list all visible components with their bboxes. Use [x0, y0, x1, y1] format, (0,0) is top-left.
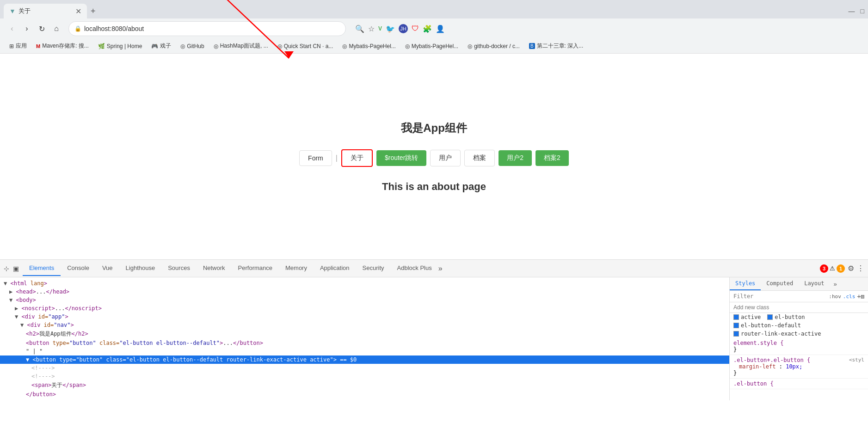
quickstart-icon: ◎	[277, 43, 282, 49]
dom-line-button2-close: </button>	[0, 390, 729, 398]
styles-tab-styles[interactable]: Styles	[730, 277, 761, 290]
bookmark-apps[interactable]: ⊞ 应用	[6, 41, 31, 51]
element-picker-icon[interactable]: ⊹	[4, 265, 9, 272]
filter-plus-button[interactable]: +	[857, 293, 861, 300]
devtools-more-button[interactable]: ⋮	[857, 264, 864, 273]
dom-line-head[interactable]: ▶ <head>...</head>	[0, 288, 729, 296]
chapter23-icon: B	[529, 43, 535, 49]
bookmark-mybatis2-label: Mybatis-PageHel...	[412, 43, 458, 49]
filter-pseudo-label[interactable]: :hov	[829, 294, 841, 300]
bookmark-maven[interactable]: M Maven存储库: 搜...	[32, 41, 92, 51]
home-button[interactable]: ⌂	[50, 22, 63, 35]
tab-performance[interactable]: Performance	[232, 261, 279, 276]
styles-tab-computed[interactable]: Computed	[761, 277, 799, 290]
dom-line-nav[interactable]: ▼ <div id="nav">	[0, 321, 729, 329]
vue-devtools-icon[interactable]: V	[378, 25, 382, 32]
bookmark-mybatis2[interactable]: ◎ Mybatis-PageHel...	[401, 42, 462, 51]
tab-lighthouse[interactable]: Lighthouse	[119, 261, 162, 276]
tab-elements[interactable]: Elements	[23, 261, 61, 276]
user2-nav-button[interactable]: 用户2	[499, 150, 532, 166]
dom-line-html[interactable]: ▼ <html lang>	[0, 279, 729, 288]
devtools-body: ▼ <html lang> ▶ <head>...</head> ▼ <body…	[0, 277, 868, 400]
archive-nav-button[interactable]: 档案	[464, 150, 495, 166]
bookmark-games[interactable]: 🎮 戏子	[148, 41, 175, 51]
avatar-icon-dark[interactable]: 🐦	[386, 25, 395, 33]
tab-adblock[interactable]: Adblock Plus	[391, 261, 438, 276]
tab-title: 关于	[18, 7, 72, 15]
devtools-settings-button[interactable]: ⚙	[848, 264, 854, 273]
styles-tab-layout[interactable]: Layout	[799, 277, 830, 290]
checkbox-active[interactable]: active	[733, 314, 761, 320]
browser-tab[interactable]: ▼ 关于 ✕	[4, 4, 87, 18]
bookmark-mybatis1[interactable]: ◎ Mybatis-PageHel...	[339, 42, 399, 51]
search-icon[interactable]: 🔍	[355, 25, 364, 33]
maven-icon: M	[36, 43, 40, 49]
tab-close-button[interactable]: ✕	[75, 7, 81, 16]
bookmark-chapter23-label: 第二十三章: 深入...	[537, 42, 584, 50]
new-tab-button[interactable]: +	[87, 6, 99, 16]
dom-line-h2[interactable]: <h2>我是App组件</h2>	[0, 329, 729, 339]
filter-cls-label[interactable]: .cls	[843, 294, 856, 300]
styles-content: active el-button el-button--default	[730, 313, 868, 400]
toolbar: ‹ › ↻ ⌂ 🔒 localhost:8080/about 🔍 ☆ V 🐦 J…	[0, 18, 868, 39]
devtools-panel: ⊹ ▣ Elements Console Vue Lighthouse Sour…	[0, 259, 868, 400]
filter-expand-button[interactable]: ▤	[861, 293, 864, 300]
tab-network[interactable]: Network	[197, 261, 232, 276]
router-link-checkbox[interactable]	[733, 331, 739, 337]
dom-line-noscript[interactable]: ▶ <noscript>...</noscript>	[0, 304, 729, 313]
bookmark-github[interactable]: ◎ GitHub	[177, 42, 208, 51]
el-button-default-checkbox[interactable]	[733, 323, 739, 328]
profile-icon[interactable]: 👤	[436, 25, 445, 33]
back-button[interactable]: ‹	[6, 22, 18, 35]
bookmark-spring[interactable]: 🌿 Spring | Home	[94, 42, 146, 51]
rule-el-button-plus-selector: .el-button+.el-button {	[733, 357, 864, 363]
dom-line-button2-selected[interactable]: ▼ <button type="button" class="el-button…	[0, 355, 729, 364]
rule-element-style: element.style { }	[730, 338, 868, 355]
tab-favicon: ▼	[9, 7, 16, 15]
forward-button[interactable]: ›	[20, 22, 33, 35]
dom-line-body[interactable]: ▼ <body>	[0, 296, 729, 304]
user-nav-button[interactable]: 用户	[430, 150, 461, 166]
bookmark-chapter23[interactable]: B 第二十三章: 深入...	[525, 41, 587, 51]
tab-security[interactable]: Security	[356, 261, 391, 276]
active-checkbox[interactable]	[733, 314, 739, 320]
dom-line-app[interactable]: ▼ <div id="app">	[0, 313, 729, 321]
checkbox-router-link[interactable]: router-link-exact-active	[733, 331, 821, 337]
bookmark-github-docker[interactable]: ◎ github-docker / c...	[464, 42, 523, 51]
tab-console[interactable]: Console	[61, 261, 96, 276]
games-icon: 🎮	[151, 43, 158, 49]
dom-line-button1[interactable]: <button type="button" class="el-button e…	[0, 339, 729, 347]
checkbox-el-button-default[interactable]: el-button--default	[733, 322, 801, 329]
tab-application[interactable]: Application	[314, 261, 356, 276]
about-nav-button[interactable]: 关于	[341, 149, 373, 167]
page-title: 我是App组件	[401, 121, 467, 135]
maximize-button[interactable]: □	[861, 7, 864, 15]
add-class-input[interactable]	[733, 304, 864, 311]
checkbox-el-button[interactable]: el-button	[767, 314, 805, 320]
adblock-icon[interactable]: 🛡	[412, 25, 419, 33]
archive2-nav-button[interactable]: 档案2	[536, 150, 569, 166]
rule-margin-left: margin-left : 10px;	[733, 363, 864, 370]
dom-line-comment2: <!---->	[0, 372, 729, 380]
extension-icon[interactable]: 🧩	[423, 25, 432, 33]
address-bar[interactable]: 🔒 localhost:8080/about	[68, 21, 346, 36]
star-icon[interactable]: ☆	[368, 25, 375, 33]
bookmark-quickstart[interactable]: ◎ Quick Start CN · a...	[274, 42, 337, 51]
device-toggle-icon[interactable]: ▣	[13, 265, 19, 272]
dom-line-span[interactable]: <span>关于</span>	[0, 380, 729, 390]
more-tabs-button[interactable]: »	[438, 264, 443, 273]
tab-memory[interactable]: Memory	[279, 261, 314, 276]
browser-chrome: ▼ 关于 ✕ + — □ ‹ › ↻ ⌂ 🔒 localhost:8080/ab…	[0, 0, 868, 54]
avatar-icon-jh[interactable]: JH	[399, 24, 408, 33]
router-jump-button[interactable]: $router跳转	[376, 150, 426, 166]
bookmark-mybatis1-label: Mybatis-PageHel...	[349, 43, 395, 49]
bookmark-hashmap[interactable]: ◎ HashMap面试题, ...	[210, 41, 272, 51]
form-nav-button[interactable]: Form	[299, 150, 332, 166]
tab-vue[interactable]: Vue	[96, 261, 119, 276]
tab-sources[interactable]: Sources	[161, 261, 197, 276]
styles-more-button[interactable]: »	[830, 277, 841, 290]
styles-filter-input[interactable]	[733, 293, 827, 300]
el-button-checkbox[interactable]	[767, 314, 773, 320]
reload-button[interactable]: ↻	[35, 22, 48, 35]
minimize-button[interactable]: —	[849, 7, 855, 15]
